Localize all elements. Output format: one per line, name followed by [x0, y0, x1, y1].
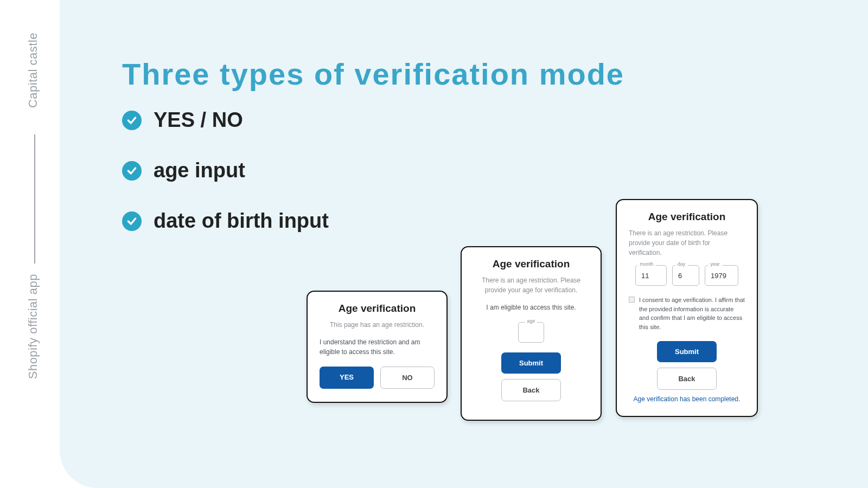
- sidebar-label-bottom: Shopify official app: [26, 274, 40, 379]
- consent-checkbox[interactable]: [629, 297, 635, 303]
- check-icon: [122, 111, 142, 130]
- bullet-item: age input: [122, 159, 329, 182]
- card-age-input: Age verification There is an age restric…: [461, 246, 602, 421]
- card-dob-input: Age verification There is an age restric…: [616, 199, 758, 417]
- bullet-item: YES / NO: [122, 108, 329, 132]
- sidebar: Capital castle Shopify official app: [26, 0, 48, 488]
- check-icon: [122, 211, 142, 231]
- yes-button[interactable]: YES: [320, 367, 374, 389]
- year-legend: year: [708, 261, 722, 267]
- check-icon: [122, 161, 142, 181]
- completed-note: Age verification has been completed.: [629, 395, 745, 403]
- submit-button[interactable]: Submit: [501, 352, 561, 374]
- bullet-label: date of birth input: [154, 209, 329, 233]
- no-button[interactable]: NO: [380, 367, 435, 389]
- card-description: I understand the restriction and am elig…: [320, 337, 435, 357]
- card-title: Age verification: [320, 303, 435, 314]
- day-value: 6: [678, 272, 682, 280]
- day-legend: day: [675, 261, 688, 267]
- bullet-label: age input: [154, 159, 245, 182]
- age-legend: age: [525, 318, 537, 324]
- age-input[interactable]: age: [518, 322, 544, 343]
- card-title: Age verification: [474, 258, 589, 270]
- page-title: Three types of verification mode: [122, 56, 624, 92]
- submit-button[interactable]: Submit: [657, 341, 717, 362]
- bullet-label: YES / NO: [154, 108, 243, 132]
- back-button[interactable]: Back: [657, 368, 717, 390]
- back-button[interactable]: Back: [501, 379, 561, 401]
- month-legend: month: [637, 261, 655, 267]
- day-input[interactable]: day 6: [672, 265, 699, 286]
- card-title: Age verification: [629, 211, 745, 223]
- sidebar-divider: [34, 134, 35, 264]
- card-yes-no: Age verification This page has an age re…: [307, 291, 448, 403]
- bullet-item: date of birth input: [122, 209, 329, 233]
- slide: Capital castle Shopify official app Thre…: [0, 0, 868, 488]
- bullet-list: YES / NO age input date of birth input: [122, 108, 329, 260]
- card-subtitle: There is an age restriction. Please prov…: [629, 228, 745, 258]
- month-value: 11: [641, 272, 649, 280]
- card-subtitle: This page has an age restriction.: [320, 320, 435, 330]
- consent-row: I consent to age verification. I affirm …: [629, 296, 745, 331]
- year-value: 1979: [711, 272, 726, 280]
- month-input[interactable]: month 11: [635, 265, 667, 286]
- year-input[interactable]: year 1979: [705, 265, 738, 286]
- sidebar-label-top: Capital castle: [26, 33, 40, 108]
- consent-text: I consent to age verification. I affirm …: [639, 296, 745, 331]
- card-eligible-text: I am eligible to access this site.: [474, 303, 589, 312]
- card-subtitle: There is an age restriction. Please prov…: [474, 275, 589, 295]
